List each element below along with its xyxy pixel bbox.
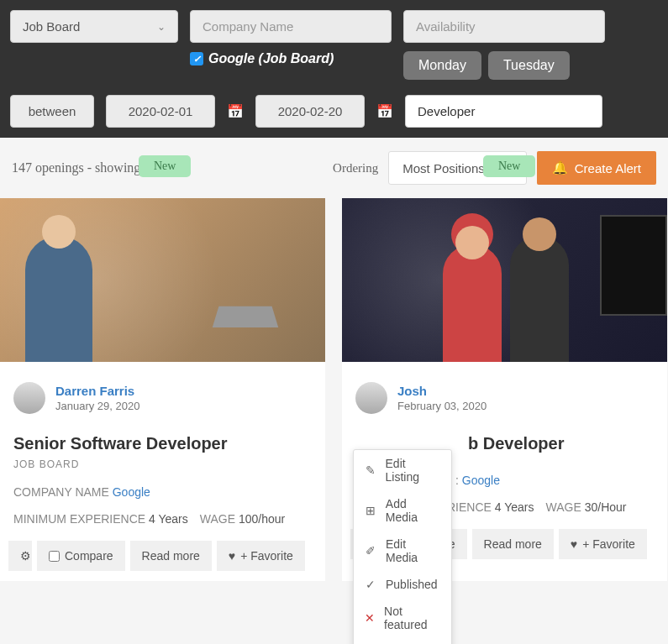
author-link[interactable]: Darren Farris	[55, 384, 139, 398]
company-link[interactable]: Google	[462, 474, 500, 487]
listing-card: Darren Farris January 29, 2020 Senior So…	[0, 198, 325, 581]
compare-button[interactable]: Compare	[37, 541, 125, 571]
check-icon: ✓	[364, 578, 377, 581]
avatar[interactable]	[13, 382, 45, 414]
compare-checkbox[interactable]	[49, 551, 60, 562]
experience-value: 4 Years	[149, 512, 188, 526]
meta-label: WAGE	[200, 512, 235, 526]
favorite-button[interactable]: ♥+ Favorite	[559, 529, 647, 559]
post-date: January 29, 2020	[55, 400, 139, 412]
day-pill-monday[interactable]: Monday	[403, 51, 481, 80]
author-link[interactable]: Josh	[397, 384, 487, 398]
keyword-input[interactable]	[405, 95, 602, 128]
calendar-icon: 📅	[376, 103, 393, 119]
ordering-value: Most Positions	[402, 161, 485, 175]
edit-icon: ✎	[364, 463, 377, 477]
gear-icon: ⚙	[20, 549, 31, 563]
calendar-icon: 📅	[227, 103, 244, 119]
context-menu: ✎Edit Listing ⊞Add Media ✐Edit Media ✓Pu…	[353, 449, 452, 581]
bell-icon: 🔔	[552, 160, 568, 175]
meta-label: COMPANY NAME	[13, 485, 109, 499]
wage-value: 100/hour	[239, 512, 285, 526]
favorite-button[interactable]: ♥+ Favorite	[217, 541, 305, 571]
checkbox-checked-icon: ✓	[190, 52, 203, 65]
meta-label: RIENCE	[447, 500, 492, 514]
range-mode-input[interactable]	[10, 95, 94, 128]
pencil-icon: ✐	[364, 544, 377, 558]
new-badge: New	[483, 155, 535, 177]
date-to-input[interactable]	[255, 95, 365, 128]
listing-category: JOB BOARD	[0, 458, 325, 485]
listing-grid: Darren Farris January 29, 2020 Senior So…	[0, 198, 668, 581]
meta-label: MINIMUM EXPERIENCE	[13, 512, 145, 526]
menu-edit-media[interactable]: ✐Edit Media	[354, 531, 451, 571]
heart-icon: ♥	[229, 549, 235, 563]
ordering-label: Ordering	[333, 161, 378, 175]
listing-image[interactable]	[0, 198, 325, 362]
filter-bar: Job Board ⌄ ✓ Google (Job Board) Monday …	[0, 0, 668, 138]
menu-add-media[interactable]: ⊞Add Media	[354, 490, 451, 531]
company-filter-label: Google (Job Board)	[208, 51, 334, 66]
read-more-button[interactable]: Read more	[130, 541, 212, 571]
meta-label: WAGE	[546, 500, 581, 514]
new-badge: New	[139, 155, 191, 177]
wage-value: 30/Hour	[585, 500, 627, 514]
listing-image[interactable]	[342, 198, 667, 362]
category-select[interactable]: Job Board ⌄	[10, 10, 178, 43]
experience-value: 4 Years	[495, 500, 534, 514]
company-link[interactable]: Google	[113, 485, 150, 499]
meta-label: :	[455, 474, 459, 487]
menu-edit-listing[interactable]: ✎Edit Listing	[354, 450, 451, 490]
read-more-button[interactable]: Read more	[472, 529, 554, 559]
category-value: Job Board	[23, 19, 80, 34]
availability-input[interactable]	[403, 10, 605, 43]
menu-published[interactable]: ✓Published	[354, 571, 451, 581]
gear-button[interactable]: ⚙	[8, 541, 32, 571]
chevron-down-icon: ⌄	[157, 21, 166, 33]
heart-icon: ♥	[571, 537, 577, 551]
results-bar: 147 openings - showing 1 - 5 Ordering Mo…	[0, 138, 668, 198]
date-from-input[interactable]	[106, 95, 215, 128]
listing-title[interactable]: Senior Software Developer	[0, 422, 325, 458]
company-filter-tag[interactable]: ✓ Google (Job Board)	[190, 51, 392, 66]
day-pill-tuesday[interactable]: Tuesday	[488, 51, 570, 80]
create-alert-label: Create Alert	[575, 161, 641, 175]
post-date: February 03, 2020	[397, 400, 487, 412]
image-plus-icon: ⊞	[364, 504, 377, 517]
company-input[interactable]	[190, 10, 392, 43]
create-alert-button[interactable]: 🔔 Create Alert	[537, 151, 656, 185]
avatar[interactable]	[355, 382, 387, 414]
